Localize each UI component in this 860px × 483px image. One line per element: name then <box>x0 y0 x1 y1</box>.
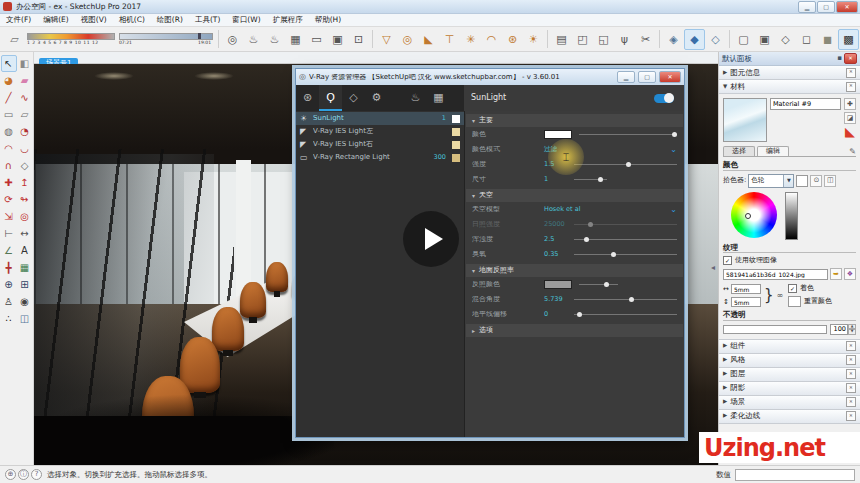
section-plane-tool[interactable]: ◫ <box>17 310 33 327</box>
material-preview-thumbnail[interactable] <box>723 98 767 142</box>
rotated-rectangle-tool[interactable]: ▱ <box>17 106 33 123</box>
value-slider[interactable] <box>785 192 798 240</box>
shadow-toggle-icon[interactable]: ▱ <box>4 29 25 50</box>
vray-frame-buffer-icon[interactable]: ▭ <box>306 29 327 50</box>
vray-viewport-render-icon[interactable]: ▦ <box>285 29 306 50</box>
scale-tool[interactable]: ⇲ <box>1 208 17 225</box>
menu-item-8[interactable]: 帮助(H) <box>309 16 348 24</box>
front-view-icon[interactable]: ◇ <box>705 29 726 50</box>
freehand-tool[interactable]: ∿ <box>17 89 33 106</box>
sphere-light-icon[interactable]: ◎ <box>397 29 418 50</box>
texture-width-field[interactable] <box>731 284 761 294</box>
slider-handle[interactable] <box>577 312 582 317</box>
select-tool[interactable]: ↖ <box>1 55 17 72</box>
top-view-icon[interactable]: ◆ <box>684 29 705 50</box>
light-color-swatch[interactable] <box>452 128 460 136</box>
menu-item-7[interactable]: 扩展程序 <box>267 16 309 24</box>
axes-tool[interactable]: ╋ <box>1 259 17 276</box>
color-swatch[interactable] <box>544 130 572 139</box>
close-button[interactable]: ✕ <box>836 1 858 13</box>
minimize-button[interactable]: ▁ <box>798 1 816 13</box>
tray-panel-bottom-4[interactable]: ▶场景✕ <box>719 396 860 410</box>
tray-panel-bottom-3[interactable]: ▶阴影✕ <box>719 382 860 396</box>
light-list-item[interactable]: ☀SunLight1 <box>296 112 464 125</box>
section-header[interactable]: ▾主要 <box>466 114 683 127</box>
tray-panel-bottom-1[interactable]: ▶风格✕ <box>719 354 860 368</box>
tray-panel-bottom-2[interactable]: ▶图层✕ <box>719 368 860 382</box>
opacity-slider[interactable] <box>723 325 827 334</box>
wireframe-style-icon[interactable]: ◇ <box>775 29 796 50</box>
tray-panel-bottom-0[interactable]: ▶组件✕ <box>719 340 860 354</box>
menu-item-3[interactable]: 相机(C) <box>113 16 151 24</box>
slider-handle[interactable] <box>604 282 609 287</box>
menu-item-1[interactable]: 编辑(E) <box>37 16 75 24</box>
lights-nav-icon[interactable]: Ϙ <box>319 85 342 111</box>
light-color-swatch[interactable] <box>452 154 460 162</box>
panel-close-icon[interactable]: ✕ <box>846 355 856 365</box>
vray-batch-render-icon[interactable]: ▣ <box>327 29 348 50</box>
hidden-line-style-icon[interactable]: ◻ <box>796 29 817 50</box>
param-dropdown[interactable]: Hosek et al⌄ <box>544 206 677 214</box>
light-list-item[interactable]: ◤V-Ray IES Light右 <box>296 138 464 151</box>
eraser-tool[interactable]: ▰ <box>17 72 33 89</box>
sun-light-icon[interactable]: ☀ <box>523 29 544 50</box>
edit-texture-icon[interactable]: ❖ <box>844 268 856 280</box>
opacity-field[interactable] <box>830 324 848 335</box>
vray-close-button[interactable]: ✕ <box>659 71 681 83</box>
color-wheel[interactable] <box>731 192 777 238</box>
light-enable-toggle[interactable] <box>654 94 674 103</box>
shadow-time-handle[interactable] <box>198 33 201 39</box>
set-default-material-button[interactable]: ◪ <box>844 112 856 124</box>
tab-edit[interactable]: 编辑 <box>757 146 789 156</box>
shadow-date-slider[interactable]: 1 2 3 4 5 6 7 8 9 10 11 12 <box>27 33 115 46</box>
shaded-style-icon[interactable]: ◼ <box>817 29 838 50</box>
texture-filename-field[interactable] <box>723 269 828 280</box>
follow-me-tool[interactable]: ↬ <box>17 191 33 208</box>
help-icon[interactable]: ? <box>31 469 42 480</box>
spin-down-icon[interactable]: ▼ <box>848 329 856 335</box>
create-material-button[interactable]: ✚ <box>844 98 856 110</box>
materials-panel-header[interactable]: ▼ 材料 ✕ <box>719 80 860 94</box>
proxy-import-icon[interactable]: ◱ <box>593 29 614 50</box>
section-header[interactable]: ▸选项 <box>466 324 683 337</box>
slider[interactable] <box>579 281 677 288</box>
pie-tool[interactable]: ◔ <box>17 123 33 140</box>
vray-dialog-titlebar[interactable]: ◎ V-Ray 资源管理器 【SketchUp吧 汉化 www.sketchup… <box>296 69 684 85</box>
slider[interactable] <box>574 176 677 183</box>
light-color-swatch[interactable] <box>452 115 460 123</box>
zoom-tool[interactable]: ⊕ <box>1 276 17 293</box>
panel-close-icon[interactable]: ✕ <box>846 369 856 379</box>
panel-close-icon[interactable]: ✕ <box>846 341 856 351</box>
paint-brush-icon[interactable]: ✎ <box>849 148 856 156</box>
menu-item-5[interactable]: 工具(T) <box>189 16 226 24</box>
move-tool[interactable]: ✚ <box>1 174 17 191</box>
arc-tool[interactable]: ◠ <box>1 140 17 157</box>
settings-nav-icon[interactable]: ⚙ <box>365 85 388 111</box>
match-screen-color-button[interactable]: ◫ <box>824 175 836 187</box>
ies-light-icon[interactable]: ⊤ <box>439 29 460 50</box>
omni-light-icon[interactable]: ✳ <box>460 29 481 50</box>
tray-panel-top-0[interactable]: ▶图元信息✕ <box>719 66 860 80</box>
measurements-input[interactable] <box>735 469 855 481</box>
section-header[interactable]: ▾天空 <box>466 189 683 202</box>
panel-close-icon[interactable]: ✕ <box>846 397 856 407</box>
slider[interactable] <box>574 221 677 228</box>
menu-item-4[interactable]: 绘图(R) <box>151 16 189 24</box>
position-camera-tool[interactable]: ♙ <box>1 293 17 310</box>
geolocation-icon[interactable]: ⊕ <box>5 469 16 480</box>
polygon-tool[interactable]: ◇ <box>17 157 33 174</box>
fur-icon[interactable]: ψ <box>614 29 635 50</box>
shadow-time-track[interactable] <box>119 33 213 40</box>
video-play-button[interactable] <box>403 211 459 267</box>
offset-tool[interactable]: ◎ <box>17 208 33 225</box>
browse-texture-icon[interactable]: ➥ <box>830 268 842 280</box>
make-component-tool[interactable]: ◧ <box>17 55 33 72</box>
slider[interactable] <box>574 161 677 168</box>
vray-render-interactive-icon[interactable]: ♨ <box>264 29 285 50</box>
textured-style-icon[interactable]: ▩ <box>838 29 859 50</box>
rotate-tool[interactable]: ⟳ <box>1 191 17 208</box>
rectangle-light-icon[interactable]: ▽ <box>376 29 397 50</box>
line-tool[interactable]: ╱ <box>1 89 17 106</box>
circle-tool[interactable]: ◍ <box>1 123 17 140</box>
proxy-export-icon[interactable]: ◰ <box>572 29 593 50</box>
